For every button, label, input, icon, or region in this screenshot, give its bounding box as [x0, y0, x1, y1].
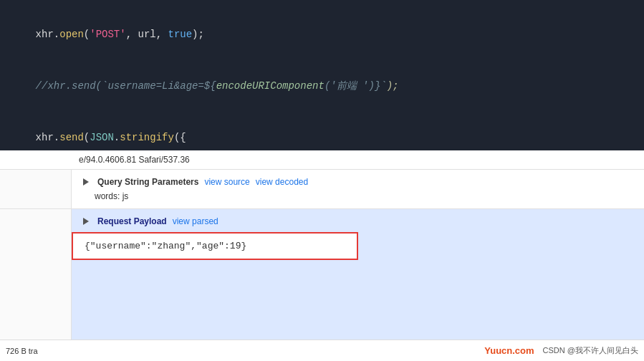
request-payload-section: Request Payload view parsed {"username":… [0, 209, 644, 340]
param-words: words: js [83, 191, 633, 201]
devtools-panel: e/94.0.4606.81 Safari/537.36 Query Strin… [0, 150, 644, 361]
code-line-2: //xhr.send(`username=Li&age=${encodeURIC… [11, 60, 633, 112]
bottom-right: Yuucn.com CSDN @我不许人间见白头 [38, 345, 638, 356]
watermark-text: Yuucn.com [484, 345, 534, 356]
query-string-content: Query String Parameters view source view… [72, 170, 644, 208]
view-parsed-link[interactable]: view parsed [173, 216, 218, 226]
payload-triangle-icon [83, 218, 89, 225]
code-line-3: xhr.send(JSON.stringify({ [11, 112, 633, 150]
payload-box-wrapper: {"username":"zhang","age":19} [83, 232, 358, 260]
query-string-section: Query String Parameters view source view… [0, 170, 644, 209]
user-agent-text: e/94.0.4606.81 Safari/537.36 [79, 155, 190, 165]
csdn-tag: CSDN @我不许人间见白头 [543, 345, 638, 356]
code-line-1: xhr.open('POST', url, true); [11, 9, 633, 60]
param-value: js [122, 191, 129, 201]
code-editor: xhr.open('POST', url, true); //xhr.send(… [0, 0, 644, 150]
request-payload-content: Request Payload view parsed {"username":… [72, 209, 644, 340]
payload-content-box: {"username":"zhang","age":19} [72, 232, 358, 260]
user-agent-row: e/94.0.4606.81 Safari/537.36 [0, 150, 644, 170]
triangle-icon [83, 178, 89, 186]
bottom-bar: 726 B tra Yuucn.com CSDN @我不许人间见白头 [0, 340, 644, 361]
size-label: 726 B tra [6, 347, 38, 355]
left-bar-2 [0, 209, 72, 340]
query-string-header: Query String Parameters view source view… [83, 177, 633, 187]
view-source-link[interactable]: view source [204, 177, 249, 187]
payload-header: Request Payload view parsed [83, 216, 633, 226]
payload-json: {"username":"zhang","age":19} [85, 241, 246, 251]
param-key: words [95, 191, 117, 201]
payload-title: Request Payload [97, 216, 167, 226]
view-decoded-link[interactable]: view decoded [256, 177, 308, 187]
left-bar [0, 170, 72, 208]
query-string-title: Query String Parameters [97, 177, 198, 187]
